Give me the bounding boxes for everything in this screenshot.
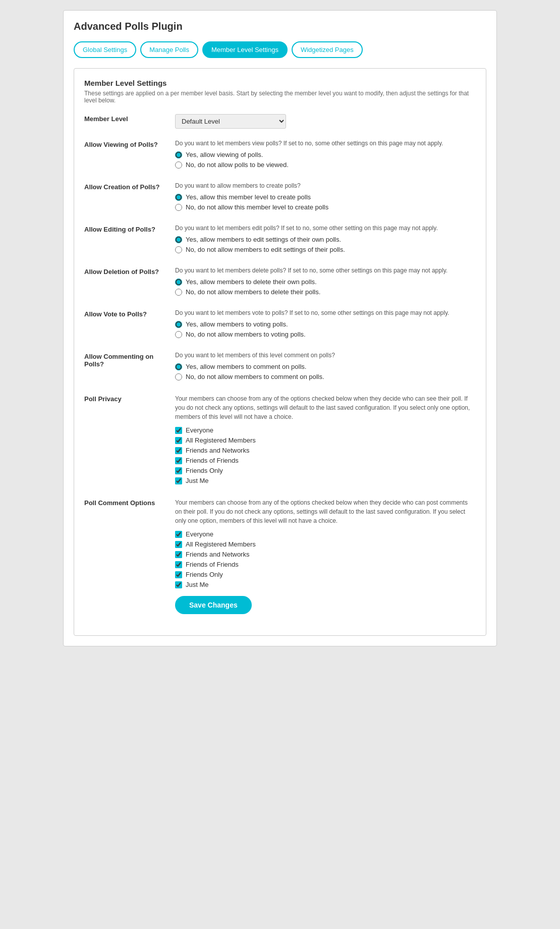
allow-vote-yes-label: Yes, allow members to voting polls. — [186, 320, 288, 328]
co-everyone-label: Everyone — [186, 530, 213, 538]
allow-viewing-no-radio[interactable] — [175, 161, 182, 169]
poll-privacy-label: Poll Privacy — [84, 394, 165, 403]
poll-comment-options-row: Poll Comment Options Your members can ch… — [84, 498, 476, 614]
co-just-me-checkbox[interactable] — [175, 581, 182, 588]
co-registered-label: All Registered Members — [186, 540, 256, 548]
co-friends-networks: Friends and Networks — [175, 551, 476, 558]
co-everyone: Everyone — [175, 530, 476, 538]
poll-privacy-row: Poll Privacy Your members can choose fro… — [84, 394, 476, 487]
allow-vote-no-radio[interactable] — [175, 331, 182, 338]
allow-commenting-no: No, do not allow members to comment on p… — [175, 373, 476, 380]
allow-deletion-content: Do you want to let members delete polls?… — [175, 267, 476, 298]
poll-privacy-just-me: Just Me — [175, 477, 476, 484]
allow-commenting-yes-label: Yes, allow members to comment on polls. — [186, 363, 306, 370]
allow-vote-desc: Do you want to let members vote to polls… — [175, 309, 476, 316]
poll-privacy-just-me-label: Just Me — [186, 477, 209, 484]
poll-privacy-friends-only-label: Friends Only — [186, 467, 223, 474]
section-title: Member Level Settings — [84, 79, 476, 87]
co-friends-networks-checkbox[interactable] — [175, 551, 182, 558]
allow-deletion-no-radio[interactable] — [175, 289, 182, 296]
allow-vote-label: Allow Vote to Polls? — [84, 309, 165, 318]
poll-privacy-friends-networks: Friends and Networks — [175, 447, 476, 454]
allow-creation-label: Allow Creation of Polls? — [84, 182, 165, 191]
allow-creation-row: Allow Creation of Polls? Do you want to … — [84, 182, 476, 213]
poll-privacy-registered: All Registered Members — [175, 436, 476, 444]
co-friends-only-checkbox[interactable] — [175, 571, 182, 578]
allow-editing-no-label: No, do not allow members to edit setting… — [186, 246, 345, 253]
allow-vote-no-label: No, do not allow members to voting polls… — [186, 331, 306, 338]
allow-viewing-label: Allow Viewing of Polls? — [84, 140, 165, 148]
allow-deletion-desc: Do you want to let members delete polls?… — [175, 267, 476, 274]
allow-commenting-no-label: No, do not allow members to comment on p… — [186, 373, 324, 380]
poll-comment-options-desc: Your members can choose from any of the … — [175, 498, 476, 525]
allow-viewing-yes-label: Yes, allow viewing of polls. — [186, 151, 263, 158]
tab-member-level-settings[interactable]: Member Level Settings — [202, 41, 288, 58]
allow-commenting-yes-radio[interactable] — [175, 363, 182, 370]
allow-editing-yes: Yes, allow members to edit settings of t… — [175, 236, 476, 243]
allow-viewing-yes-radio[interactable] — [175, 151, 182, 158]
allow-deletion-yes-label: Yes, allow members to delete their own p… — [186, 278, 317, 286]
allow-commenting-label: Allow Commenting on Polls? — [84, 352, 165, 368]
co-just-me-label: Just Me — [186, 581, 209, 588]
allow-editing-no-radio[interactable] — [175, 246, 182, 253]
member-level-select[interactable]: Default Level Administrator Moderator Me… — [175, 114, 286, 129]
poll-privacy-friends-networks-label: Friends and Networks — [186, 447, 249, 454]
tab-manage-polls[interactable]: Manage Polls — [140, 41, 198, 58]
poll-privacy-desc: Your members can choose from any of the … — [175, 394, 476, 421]
allow-editing-yes-radio[interactable] — [175, 236, 182, 243]
co-friends-of-friends-checkbox[interactable] — [175, 561, 182, 568]
tab-global-settings[interactable]: Global Settings — [74, 41, 136, 58]
allow-viewing-no-label: No, do not allow polls to be viewed. — [186, 161, 289, 169]
allow-vote-yes-radio[interactable] — [175, 321, 182, 328]
allow-viewing-yes: Yes, allow viewing of polls. — [175, 151, 476, 158]
allow-creation-no-radio[interactable] — [175, 204, 182, 211]
allow-deletion-yes: Yes, allow members to delete their own p… — [175, 278, 476, 286]
co-just-me: Just Me — [175, 581, 476, 588]
allow-creation-yes: Yes, allow this member level to create p… — [175, 193, 476, 201]
member-level-content: Default Level Administrator Moderator Me… — [175, 114, 476, 129]
allow-deletion-no-label: No, do not allow members to delete their… — [186, 288, 320, 296]
poll-privacy-everyone: Everyone — [175, 426, 476, 434]
poll-privacy-friends-only-checkbox[interactable] — [175, 467, 182, 474]
member-level-row: Member Level Default Level Administrator… — [84, 114, 476, 129]
poll-privacy-everyone-checkbox[interactable] — [175, 427, 182, 434]
tab-widgetized-pages[interactable]: Widgetized Pages — [292, 41, 363, 58]
allow-commenting-row: Allow Commenting on Polls? Do you want t… — [84, 352, 476, 383]
poll-comment-options-label: Poll Comment Options — [84, 498, 165, 507]
poll-privacy-friends-networks-checkbox[interactable] — [175, 447, 182, 454]
member-level-label: Member Level — [84, 114, 165, 123]
allow-creation-yes-radio[interactable] — [175, 194, 182, 201]
app-title: Advanced Polls Plugin — [74, 21, 486, 32]
poll-privacy-everyone-label: Everyone — [186, 426, 213, 434]
section-desc: These settings are applied on a per memb… — [84, 90, 476, 104]
allow-deletion-yes-radio[interactable] — [175, 279, 182, 286]
poll-privacy-just-me-checkbox[interactable] — [175, 477, 182, 484]
allow-vote-row: Allow Vote to Polls? Do you want to let … — [84, 309, 476, 341]
save-button[interactable]: Save Changes — [175, 596, 252, 614]
poll-comment-options-content: Your members can choose from any of the … — [175, 498, 476, 614]
poll-privacy-friends-of-friends-label: Friends of Friends — [186, 457, 239, 464]
allow-creation-yes-label: Yes, allow this member level to create p… — [186, 193, 311, 201]
co-registered-checkbox[interactable] — [175, 541, 182, 548]
allow-commenting-content: Do you want to let members of this level… — [175, 352, 476, 383]
allow-commenting-yes: Yes, allow members to comment on polls. — [175, 363, 476, 370]
allow-editing-label: Allow Editing of Polls? — [84, 225, 165, 233]
poll-privacy-content: Your members can choose from any of the … — [175, 394, 476, 487]
allow-commenting-no-radio[interactable] — [175, 373, 182, 380]
allow-creation-content: Do you want to allow members to create p… — [175, 182, 476, 213]
co-friends-only-label: Friends Only — [186, 571, 223, 578]
poll-privacy-registered-checkbox[interactable] — [175, 437, 182, 444]
co-everyone-checkbox[interactable] — [175, 531, 182, 538]
poll-privacy-friends-of-friends-checkbox[interactable] — [175, 457, 182, 464]
co-friends-networks-label: Friends and Networks — [186, 551, 249, 558]
allow-creation-desc: Do you want to allow members to create p… — [175, 182, 476, 189]
allow-editing-desc: Do you want to let members edit polls? I… — [175, 225, 476, 232]
allow-deletion-label: Allow Deletion of Polls? — [84, 267, 165, 276]
co-friends-of-friends-label: Friends of Friends — [186, 561, 239, 568]
allow-deletion-row: Allow Deletion of Polls? Do you want to … — [84, 267, 476, 298]
poll-privacy-friends-of-friends: Friends of Friends — [175, 457, 476, 464]
allow-deletion-no: No, do not allow members to delete their… — [175, 288, 476, 296]
allow-viewing-row: Allow Viewing of Polls? Do you want to l… — [84, 140, 476, 171]
allow-editing-row: Allow Editing of Polls? Do you want to l… — [84, 225, 476, 256]
co-registered: All Registered Members — [175, 540, 476, 548]
